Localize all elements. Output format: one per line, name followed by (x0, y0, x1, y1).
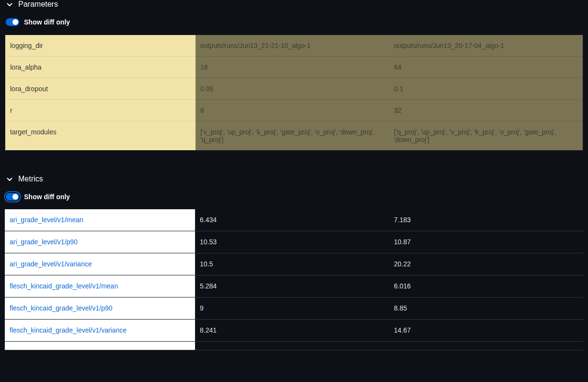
parameters-toggle-row: Show diff only (0, 13, 588, 35)
metric-value-2: 6.016 (389, 275, 583, 297)
metric-name: ari_grade_level/v1/mean (5, 209, 195, 231)
param-name: lora_alpha (5, 57, 196, 78)
metric-name: flesch_kincaid_grade_level/v1/mean (5, 275, 195, 297)
metric-value-1: 8.241 (195, 320, 389, 341)
metric-value-2: 10.87 (389, 231, 583, 253)
metric-name (5, 342, 195, 350)
parameters-title: Parameters (18, 0, 58, 9)
metric-value-1: 10.5 (195, 253, 389, 275)
parameters-section-header: Parameters (0, 0, 588, 13)
param-value-1: outputs/runs/Jun13_21-21-10_algo-1 (196, 35, 389, 57)
table-row: flesch_kincaid_grade_level/v1/variance 8… (5, 320, 583, 342)
table-row: flesch_kincaid_grade_level/v1/mean 5.284… (5, 275, 583, 298)
param-value-2: 32 (389, 100, 583, 121)
param-value-1: 0.05 (196, 78, 389, 100)
metric-link[interactable]: ari_grade_level/v1/variance (10, 260, 92, 268)
param-value-1: 16 (196, 57, 389, 78)
metric-link[interactable]: ari_grade_level/v1/p90 (10, 238, 78, 246)
metric-name: flesch_kincaid_grade_level/v1/variance (5, 320, 195, 341)
table-row: logging_dir outputs/runs/Jun13_21-21-10_… (5, 35, 583, 57)
param-name: logging_dir (5, 35, 196, 57)
chevron-down-icon[interactable] (6, 175, 13, 183)
metric-value-2 (389, 342, 583, 350)
metric-name: ari_grade_level/v1/p90 (5, 231, 195, 253)
table-row: ari_grade_level/v1/mean 6.434 7.183 (5, 209, 583, 231)
metric-value-1: 5.284 (195, 275, 389, 297)
metric-link[interactable]: ari_grade_level/v1/mean (10, 216, 83, 224)
table-row: target_modules ['v_proj', 'up_proj', 'k_… (5, 121, 583, 150)
param-name: r (5, 100, 196, 121)
table-row: lora_dropout 0.05 0.1 (5, 78, 583, 100)
metrics-title: Metrics (18, 175, 43, 183)
metrics-toggle-label: Show diff only (24, 193, 70, 201)
metric-value-2: 20.22 (389, 253, 583, 275)
param-value-1: ['v_proj', 'up_proj', 'k_proj', 'gate_pr… (196, 121, 389, 150)
table-row: ari_grade_level/v1/variance 10.5 20.22 (5, 253, 583, 275)
metric-value-2: 14.67 (389, 320, 583, 341)
metric-value-2: 7.183 (389, 209, 583, 231)
metric-name: ari_grade_level/v1/variance (5, 253, 195, 275)
metric-value-1 (195, 342, 389, 350)
table-row: lora_alpha 16 64 (5, 57, 583, 78)
param-value-2: 0.1 (389, 78, 583, 100)
parameters-toggle-label: Show diff only (24, 18, 70, 26)
chevron-down-icon[interactable] (6, 0, 13, 8)
metric-value-1: 6.434 (195, 209, 389, 231)
table-row (5, 342, 583, 350)
table-row: flesch_kincaid_grade_level/v1/p90 9 8.85 (5, 298, 583, 320)
param-value-2: outputs/runs/Jun13_20-17-04_algo-1 (389, 35, 583, 57)
metric-value-1: 10.53 (195, 231, 389, 253)
metric-link[interactable]: flesch_kincaid_grade_level/v1/mean (10, 282, 118, 290)
parameters-diff-toggle[interactable] (6, 18, 19, 26)
metrics-toggle-row: Show diff only (0, 188, 588, 209)
metric-link[interactable]: flesch_kincaid_grade_level/v1/p90 (10, 304, 112, 312)
metrics-diff-toggle[interactable] (6, 193, 19, 201)
param-value-2: 64 (389, 57, 583, 78)
metric-name: flesch_kincaid_grade_level/v1/p90 (5, 298, 195, 319)
metric-value-1: 9 (195, 298, 389, 319)
table-row: ari_grade_level/v1/p90 10.53 10.87 (5, 231, 583, 253)
param-value-1: 8 (196, 100, 389, 121)
metric-link[interactable]: flesch_kincaid_grade_level/v1/variance (10, 326, 127, 334)
metrics-table: ari_grade_level/v1/mean 6.434 7.183 ari_… (5, 209, 583, 350)
metrics-section-header: Metrics (0, 175, 588, 188)
param-value-2: ['q_proj', 'up_proj', 'v_proj', 'k_proj'… (389, 121, 583, 150)
table-row: r 8 32 (5, 100, 583, 121)
param-name: target_modules (5, 121, 196, 150)
metric-value-2: 8.85 (389, 298, 583, 319)
parameters-table: logging_dir outputs/runs/Jun13_21-21-10_… (5, 35, 583, 151)
param-name: lora_dropout (5, 78, 196, 100)
